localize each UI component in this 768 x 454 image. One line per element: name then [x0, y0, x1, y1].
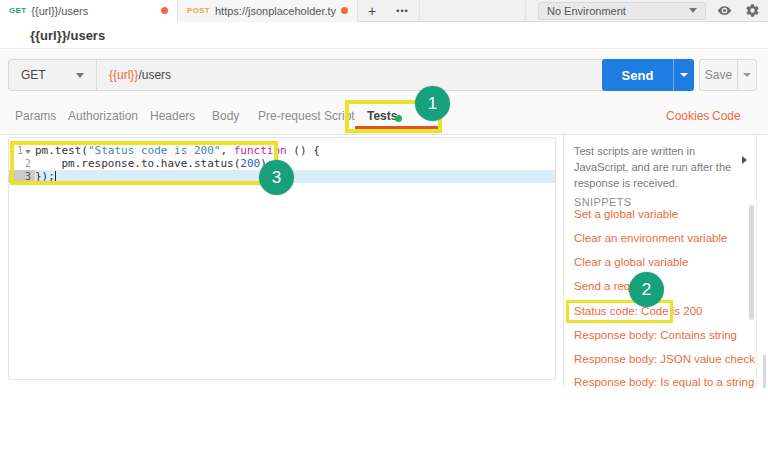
tab-tests[interactable]: Tests	[367, 109, 397, 123]
send-options-button[interactable]	[673, 59, 694, 91]
environment-select-value: No Environment	[547, 5, 626, 17]
line-number: 3	[9, 170, 35, 183]
tab-pre-request-script[interactable]: Pre-request Script	[258, 109, 355, 123]
settings-button[interactable]	[742, 1, 762, 21]
chevron-down-icon	[680, 73, 688, 77]
tab-headers[interactable]: Headers	[150, 109, 195, 123]
url-input[interactable]: {{url}}/users	[97, 68, 607, 82]
request-tab-title: https://jsonplaceholder.typicod	[215, 5, 336, 17]
request-tab-get-users[interactable]: GET {{url}}/users	[0, 0, 178, 22]
line-number: 1	[9, 144, 35, 157]
method-badge-post: POST	[187, 6, 210, 15]
chevron-down-icon	[76, 73, 84, 78]
code-link[interactable]: Code	[712, 109, 741, 123]
cookies-link[interactable]: Cookies	[666, 109, 709, 123]
save-button-group: Save	[699, 59, 757, 91]
unsaved-changes-dot	[341, 7, 348, 14]
fold-icon[interactable]	[25, 150, 31, 154]
environment-quick-look-button[interactable]	[714, 1, 734, 21]
tab-params[interactable]: Params	[15, 109, 56, 123]
tests-active-dot	[395, 115, 402, 122]
more-tabs-button[interactable]: •••	[386, 0, 420, 22]
annotation-step-3-badge: 3	[259, 160, 294, 195]
tests-tab-underline	[355, 126, 438, 130]
snippet-response-equals-string[interactable]: Response body: Is equal to a string	[574, 376, 754, 388]
tests-panel: 1 pm.test("Status code is 200", function…	[0, 135, 768, 388]
line-number: 2	[9, 157, 35, 170]
environment-toolbar: No Environment	[525, 0, 768, 22]
url-variable-token: {{url}}	[109, 68, 138, 82]
tab-authorization[interactable]: Authorization	[68, 109, 138, 123]
request-tab-post-jsonplaceholder[interactable]: POST https://jsonplaceholder.typicod	[178, 0, 358, 22]
chevron-down-icon	[743, 73, 751, 77]
snippet-set-global-variable[interactable]: Set a global variable	[574, 208, 678, 220]
code-text: pm.test("Status code is 200", function (…	[35, 144, 320, 157]
send-button[interactable]: Send	[602, 59, 673, 91]
new-tab-button[interactable]: +	[358, 0, 386, 22]
snippet-status-code-is-200[interactable]: Status code: Code is 200	[574, 305, 703, 317]
environment-select[interactable]: No Environment	[538, 2, 706, 20]
snippet-clear-environment-variable[interactable]: Clear an environment variable	[574, 232, 727, 244]
save-options-button[interactable]	[737, 59, 757, 91]
eye-icon	[717, 3, 732, 18]
code-text: pm.response.to.have.status(200);	[35, 157, 273, 170]
code-line: 1 pm.test("Status code is 200", function…	[9, 144, 555, 157]
method-select-value: GET	[21, 68, 46, 82]
send-button-group: Send	[602, 59, 694, 91]
url-builder-group: GET {{url}}/users	[8, 59, 608, 91]
snippet-clear-global-variable[interactable]: Clear a global variable	[574, 256, 688, 268]
method-select[interactable]: GET	[9, 60, 97, 90]
chevron-down-icon	[689, 8, 697, 13]
snippets-title: SNIPPETS	[574, 196, 632, 208]
request-tab-bar: GET {{url}}/users POST https://jsonplace…	[0, 0, 768, 22]
snippet-response-contains-string[interactable]: Response body: Contains string	[574, 329, 737, 341]
annotation-step-2-badge: 2	[629, 272, 664, 307]
postman-app: GET {{url}}/users POST https://jsonplace…	[0, 0, 768, 454]
url-path-token: /users	[138, 68, 171, 82]
tests-description: Test scripts are written in JavaScript, …	[574, 144, 734, 192]
annotation-step-1-badge: 1	[415, 86, 450, 121]
url-builder-row: GET {{url}}/users Send Save	[0, 49, 768, 97]
code-text: });	[35, 170, 55, 183]
request-tab-title: {{url}}/users	[31, 5, 156, 17]
chevron-right-icon[interactable]	[742, 156, 747, 164]
request-name: {{url}}/users	[30, 28, 105, 43]
gear-icon	[745, 3, 760, 18]
text-cursor	[55, 171, 56, 182]
snippets-sidebar: Test scripts are written in JavaScript, …	[563, 135, 757, 388]
method-badge-get: GET	[9, 6, 26, 15]
save-button[interactable]: Save	[699, 59, 737, 91]
sidebar-scrollbar[interactable]	[749, 205, 754, 320]
unsaved-changes-dot	[161, 7, 168, 14]
request-name-row: {{url}}/users	[0, 22, 768, 49]
tab-body[interactable]: Body	[212, 109, 239, 123]
window-scrollbar[interactable]	[763, 355, 766, 388]
snippet-response-json-value-check[interactable]: Response body: JSON value check	[574, 353, 755, 365]
